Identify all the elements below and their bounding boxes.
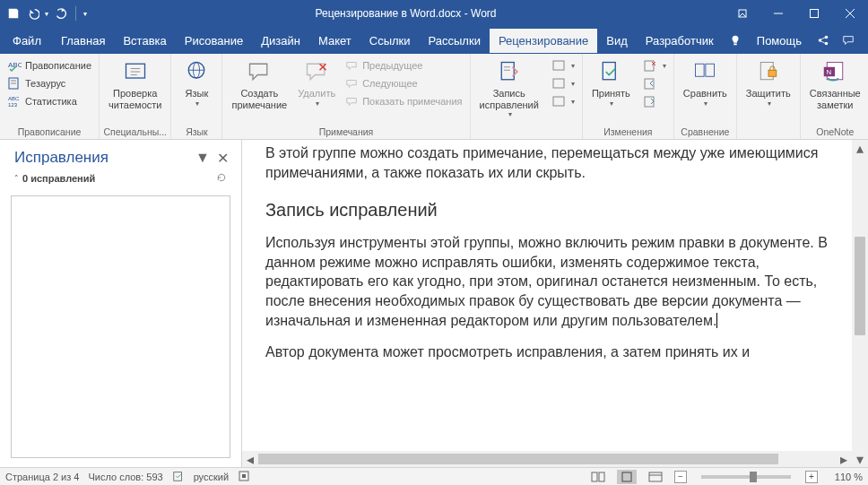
tab-developer[interactable]: Разработчик <box>637 29 723 53</box>
chevron-up-icon: ˄ <box>14 174 19 183</box>
undo-icon[interactable] <box>25 5 41 22</box>
pane-dropdown-icon[interactable]: ▼ <box>195 150 211 166</box>
group-tracking-label <box>474 135 578 139</box>
read-mode-icon[interactable] <box>588 470 608 484</box>
tab-insert[interactable]: Вставка <box>114 29 175 53</box>
onenote-button[interactable]: N Связанные заметки <box>804 56 866 125</box>
thesaurus-icon <box>7 76 22 91</box>
prev-change-button[interactable] <box>639 75 670 91</box>
titlebar: ▾ ▾ Рецензирование в Word.docx - Word <box>0 0 868 27</box>
next-change-button[interactable] <box>639 93 670 109</box>
protect-button[interactable]: Защитить ▾ <box>741 56 796 135</box>
comments-icon[interactable] <box>838 30 859 51</box>
readability-button[interactable]: Проверка читаемости <box>103 56 167 125</box>
doc-paragraph: Используя инструменты этой группы, можно… <box>265 235 828 327</box>
compare-button[interactable]: Сравнить ▾ <box>678 56 733 125</box>
tracking-opt2[interactable]: ▾ <box>548 75 578 91</box>
horizontal-scrollbar[interactable]: ◂ ▸ <box>242 451 852 467</box>
svg-rect-25 <box>553 97 564 106</box>
tab-mailings[interactable]: Рассылки <box>420 29 490 53</box>
next-comment-button[interactable]: Следующее <box>341 75 465 91</box>
pane-subtitle: 0 исправлений <box>22 173 95 184</box>
scroll-up-icon[interactable]: ▴ <box>852 140 868 156</box>
tab-draw[interactable]: Рисование <box>176 29 252 53</box>
zoom-level[interactable]: 110 % <box>827 472 863 482</box>
group-proofing-label: Правописание <box>4 125 95 139</box>
tab-view[interactable]: Вид <box>597 29 637 53</box>
status-proofing-icon[interactable] <box>172 470 185 484</box>
protect-label: Защитить <box>746 88 791 100</box>
status-page[interactable]: Страница 2 из 4 <box>5 472 79 482</box>
zoom-slider-knob[interactable] <box>750 472 757 482</box>
scroll-right-icon[interactable]: ▸ <box>836 451 852 467</box>
delete-comment-label: Удалить <box>298 88 335 100</box>
zoom-slider[interactable] <box>701 475 791 479</box>
spelling-button[interactable]: ABC Правописание <box>4 57 95 74</box>
statistics-button[interactable]: ABC123 Статистика <box>4 93 95 109</box>
svg-rect-35 <box>768 70 777 76</box>
prev-comment-button[interactable]: Предыдущее <box>341 57 465 74</box>
close-icon[interactable] <box>832 0 868 27</box>
zoom-out-button[interactable]: − <box>674 471 687 483</box>
pane-title: Исправления <box>14 149 191 167</box>
tab-help[interactable]: Помощь <box>750 29 809 53</box>
reject-button[interactable]: ▾ <box>639 57 670 74</box>
show-comments-button[interactable]: Показать примечания <box>341 93 465 109</box>
scroll-thumb-v[interactable] <box>855 237 865 335</box>
ribbon: ABC Правописание Тезаурус ABC123 Статист… <box>0 54 868 140</box>
status-words[interactable]: Число слов: 593 <box>88 472 162 482</box>
ribbon-options-icon[interactable] <box>725 0 760 27</box>
compare-icon <box>690 57 719 86</box>
tab-home[interactable]: Главная <box>52 29 114 53</box>
language-label: Язык <box>186 88 209 100</box>
track-changes-button[interactable]: Запись исправлений ▾ <box>474 56 544 135</box>
readability-icon <box>121 57 150 86</box>
reject-icon <box>643 58 657 73</box>
svg-rect-45 <box>649 472 662 481</box>
status-macro-icon[interactable] <box>238 470 250 484</box>
web-layout-icon[interactable] <box>646 470 665 484</box>
scroll-left-icon[interactable]: ◂ <box>242 451 258 467</box>
prev-comment-icon <box>344 58 359 73</box>
refresh-icon[interactable] <box>216 172 227 185</box>
svg-rect-14 <box>126 64 144 78</box>
prev-change-icon <box>643 76 657 91</box>
tell-me-icon[interactable] <box>725 30 746 51</box>
spelling-label: Правописание <box>25 60 91 71</box>
tracking-opt1[interactable]: ▾ <box>548 57 578 74</box>
scroll-thumb-h[interactable] <box>258 454 778 464</box>
minimize-icon[interactable] <box>760 0 796 27</box>
scroll-down-icon[interactable]: ▾ <box>852 451 868 467</box>
svg-rect-43 <box>599 472 604 481</box>
tab-design[interactable]: Дизайн <box>252 29 309 53</box>
maximize-icon[interactable] <box>796 0 832 27</box>
pane-close-icon[interactable]: ✕ <box>214 150 230 166</box>
tab-layout[interactable]: Макет <box>309 29 360 53</box>
status-language[interactable]: русский <box>194 472 229 482</box>
language-button[interactable]: Язык ▾ <box>175 56 218 125</box>
save-icon[interactable] <box>5 5 22 22</box>
svg-text:N: N <box>827 68 832 76</box>
print-layout-icon[interactable] <box>617 470 637 484</box>
svg-rect-44 <box>622 472 631 481</box>
new-comment-button[interactable]: Создать примечание <box>226 56 292 125</box>
accept-button[interactable]: Принять ▾ <box>586 56 636 125</box>
doc-paragraph: В этой группе можно создать примечание, … <box>265 143 836 182</box>
zoom-in-button[interactable]: + <box>805 471 818 483</box>
tracking-opt3[interactable]: ▾ <box>548 93 578 109</box>
tab-review[interactable]: Рецензирование <box>490 29 597 53</box>
pane-subtitle-row[interactable]: ˄ 0 исправлений <box>0 170 241 186</box>
revisions-pane: Исправления ▼ ✕ ˄ 0 исправлений <box>0 140 242 467</box>
delete-comment-button[interactable]: Удалить ▾ <box>292 56 341 125</box>
vertical-scrollbar[interactable]: ▴ ▾ <box>852 140 868 467</box>
svg-rect-2 <box>811 10 819 18</box>
tab-references[interactable]: Ссылки <box>360 29 420 53</box>
redo-icon[interactable] <box>52 5 68 22</box>
content-area: Исправления ▼ ✕ ˄ 0 исправлений В этой г… <box>0 140 868 467</box>
group-readability-label: Специальны... <box>103 125 167 139</box>
document-page[interactable]: В этой группе можно создать примечание, … <box>255 140 846 451</box>
share-icon[interactable] <box>812 30 834 51</box>
accept-icon <box>596 57 625 86</box>
tab-file[interactable]: Файл <box>4 29 50 53</box>
thesaurus-button[interactable]: Тезаурус <box>4 75 95 91</box>
